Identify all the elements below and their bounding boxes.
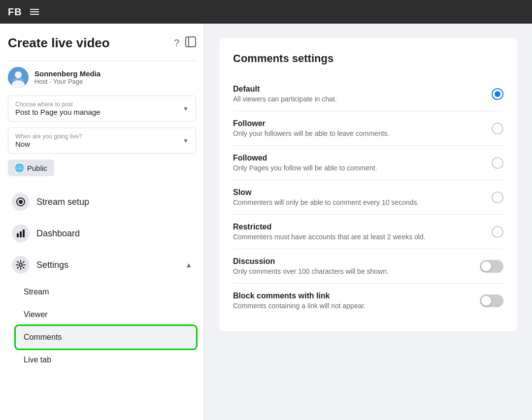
sidebar-toggle-icon[interactable] [185, 36, 196, 50]
setting-name-restricted: Restricted [233, 223, 482, 231]
svg-point-10 [19, 263, 22, 266]
time-dropdown-arrow: ▼ [183, 137, 189, 144]
setting-desc-follower: Only your followers will be able to leav… [233, 129, 482, 137]
fb-logo: FB [8, 6, 22, 18]
topbar: FB [0, 0, 532, 24]
radio-default[interactable] [492, 88, 503, 100]
sub-nav-viewer[interactable]: Viewer [16, 303, 196, 326]
svg-rect-9 [23, 229, 25, 237]
svg-rect-8 [20, 231, 22, 237]
globe-icon: 🌐 [15, 163, 24, 172]
setting-row-default: Default All viewers can participate in c… [233, 77, 503, 111]
page-title: Create live video [8, 35, 110, 51]
sidebar: Create live video ? [0, 24, 204, 420]
profile-section: Sonnenberg Media Host - Your Page [8, 67, 196, 88]
setting-name-discussion: Discussion [233, 257, 470, 266]
radio-followed[interactable] [492, 157, 503, 169]
setting-name-default: Default [233, 85, 482, 94]
settings-icon [12, 256, 30, 274]
svg-point-3 [15, 71, 22, 78]
setting-name-follower: Follower [233, 119, 482, 128]
radio-follower[interactable] [492, 123, 503, 134]
setting-desc-followed: Only Pages you follow will be able to co… [233, 164, 482, 172]
profile-name: Sonnenberg Media [34, 69, 100, 78]
dashboard-label: Dashboard [36, 228, 80, 239]
setting-row-follower: Follower Only your followers will be abl… [233, 111, 503, 146]
setting-row-slow: Slow Commenters will only be able to com… [233, 180, 503, 215]
sub-nav-live-tab[interactable]: Live tab [16, 349, 196, 371]
time-dropdown-value: Now [15, 140, 82, 148]
sidebar-item-stream-setup[interactable]: Stream setup [8, 186, 196, 218]
help-icon[interactable]: ? [174, 37, 179, 49]
radio-slow[interactable] [492, 192, 503, 203]
setting-desc-block-links: Comments containing a link will not appe… [233, 302, 470, 310]
content-area: Comments settings Default All viewers ca… [204, 24, 532, 420]
settings-sub-nav: Stream Viewer Comments Live tab [16, 281, 196, 371]
radio-restricted[interactable] [492, 226, 503, 238]
profile-info: Sonnenberg Media Host - Your Page [34, 69, 100, 85]
sidebar-item-dashboard[interactable]: Dashboard [8, 218, 196, 249]
sub-nav-stream[interactable]: Stream [16, 281, 196, 303]
sidebar-item-settings[interactable]: Settings ▲ [8, 249, 196, 281]
setting-row-restricted: Restricted Commenters must have accounts… [233, 215, 503, 249]
svg-rect-0 [186, 37, 196, 47]
time-dropdown[interactable]: When are you going live? Now ▼ [8, 128, 196, 154]
post-dropdown[interactable]: Choose where to post Post to Page you ma… [8, 96, 196, 122]
svg-rect-7 [17, 233, 19, 237]
setting-name-slow: Slow [233, 188, 482, 197]
post-dropdown-value: Post to Page you manage [15, 108, 100, 116]
comments-settings-card: Comments settings Default All viewers ca… [219, 38, 517, 331]
toggle-discussion[interactable] [480, 260, 503, 273]
setting-name-followed: Followed [233, 154, 482, 162]
avatar [8, 67, 29, 88]
sub-nav-comments[interactable]: Comments [16, 326, 196, 349]
sidebar-header: Create live video ? [8, 35, 196, 51]
public-label: Public [27, 164, 47, 172]
post-dropdown-label: Choose where to post [15, 101, 100, 108]
profile-role: Host - Your Page [34, 78, 100, 85]
setting-desc-restricted: Commenters must have accounts that are a… [233, 233, 482, 241]
post-dropdown-arrow: ▼ [183, 105, 189, 112]
stream-setup-icon [12, 193, 30, 211]
main-layout: Create live video ? [0, 24, 532, 420]
setting-desc-discussion: Only comments over 100 characters will b… [233, 267, 470, 275]
setting-name-block-links: Block comments with link [233, 291, 470, 300]
public-button[interactable]: 🌐 Public [8, 160, 54, 176]
toggle-block-links[interactable] [480, 294, 503, 307]
svg-point-6 [19, 200, 23, 204]
settings-label: Settings [36, 260, 68, 270]
setting-row-block-links: Block comments with link Comments contai… [233, 284, 503, 318]
header-divider [8, 61, 196, 61]
time-dropdown-label: When are you going live? [15, 133, 82, 140]
settings-chevron-icon: ▲ [185, 261, 192, 269]
comments-settings-title: Comments settings [233, 52, 503, 65]
setting-desc-slow: Commenters will only be able to comment … [233, 198, 482, 206]
dashboard-icon [12, 225, 30, 242]
menu-icon[interactable] [30, 9, 39, 15]
setting-row-discussion: Discussion Only comments over 100 charac… [233, 249, 503, 284]
setting-row-followed: Followed Only Pages you follow will be a… [233, 146, 503, 180]
stream-setup-label: Stream setup [36, 197, 89, 207]
header-icons: ? [174, 36, 196, 50]
setting-desc-default: All viewers can participate in chat. [233, 95, 482, 103]
